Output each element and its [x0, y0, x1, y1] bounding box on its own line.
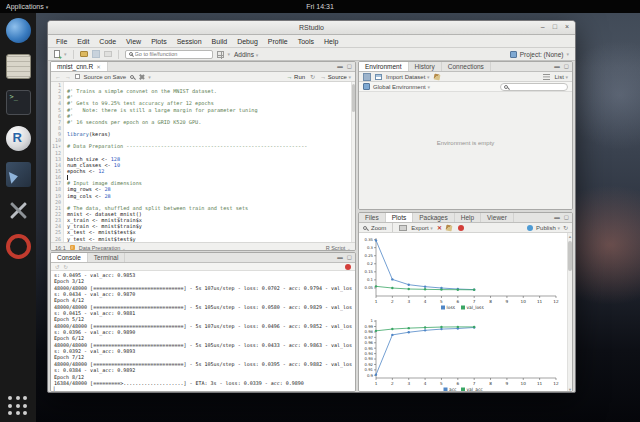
console-back-icon[interactable]: ↺ [55, 264, 60, 270]
import-dataset-button[interactable]: Import Dataset ▾ [386, 74, 430, 80]
global-environment-selector[interactable]: Global Environment ▾ [373, 84, 430, 90]
addins-menu[interactable]: Addins ▾ [234, 51, 258, 58]
svg-text:0.35: 0.35 [365, 237, 374, 242]
svg-text:val_loss: val_loss [467, 305, 485, 311]
svg-text:0.97: 0.97 [365, 335, 374, 340]
print-icon[interactable] [104, 51, 112, 57]
back-icon[interactable]: ← [55, 74, 61, 80]
section-menu[interactable]: Data Preparation ⌄ [79, 245, 126, 251]
maximize-pane-icon[interactable]: ▢ [564, 214, 569, 220]
refresh-icon[interactable]: ↻ [563, 224, 568, 231]
minimize-pane-icon[interactable]: ▬ [337, 254, 343, 260]
export-button[interactable]: Export ▾ [411, 225, 433, 231]
source-on-save-checkbox[interactable] [75, 74, 80, 79]
environment-search[interactable] [500, 83, 568, 91]
tab-viewer[interactable]: Viewer [481, 213, 514, 222]
new-file-icon[interactable] [54, 50, 60, 58]
list-view-button[interactable]: List ▾ [554, 74, 568, 80]
menu-edit[interactable]: Edit [77, 38, 89, 45]
tab-console[interactable]: Console [51, 253, 88, 262]
svg-text:10: 10 [521, 381, 527, 386]
menu-tools[interactable]: Tools [298, 38, 314, 45]
minimize-button[interactable]: – [541, 23, 545, 30]
menu-help[interactable]: Help [324, 38, 338, 45]
tab-terminal[interactable]: Terminal [88, 253, 126, 262]
minimize-pane-icon[interactable]: ▬ [554, 214, 560, 220]
list-view-icon [543, 74, 550, 80]
rstudio-icon[interactable] [6, 126, 31, 151]
code-tools-icon[interactable] [138, 74, 144, 80]
editor-scrollbar[interactable] [351, 82, 355, 242]
close-button[interactable]: × [565, 23, 569, 30]
section-icon: # [70, 245, 75, 250]
remove-plot-icon[interactable]: ✕ [437, 224, 442, 231]
publish-button[interactable]: Publish ▾ [536, 225, 560, 231]
open-file-icon[interactable] [80, 51, 88, 57]
project-menu[interactable]: Project: (None) ▾ [510, 51, 569, 58]
maximize-pane-icon[interactable]: ▢ [347, 254, 352, 260]
svg-text:0.2: 0.2 [367, 261, 374, 266]
scroll-thumb[interactable] [568, 241, 572, 271]
console-forward-icon[interactable]: ↻ [64, 264, 69, 270]
system-tools-icon[interactable] [6, 198, 31, 223]
pane-layout-icon[interactable] [217, 51, 224, 58]
chevron-down-icon[interactable]: ▾ [228, 51, 231, 57]
tab-plots[interactable]: Plots [386, 213, 413, 222]
import-dataset-icon[interactable] [375, 74, 382, 80]
maximize-pane-icon[interactable]: ▢ [564, 63, 569, 69]
zoom-plot-button[interactable]: Zoom [371, 225, 386, 231]
find-icon[interactable] [130, 75, 134, 79]
save-workspace-icon[interactable] [363, 73, 371, 81]
software-center-icon[interactable] [6, 234, 31, 259]
tab-mnist-cnn[interactable]: mnist_cnn.R ✕ [51, 62, 108, 71]
menu-debug[interactable]: Debug [237, 38, 258, 45]
tab-help[interactable]: Help [455, 213, 481, 222]
goto-file-input[interactable] [135, 51, 205, 57]
menu-plots[interactable]: Plots [151, 38, 167, 45]
goto-file-search[interactable] [125, 50, 213, 59]
menu-profile[interactable]: Profile [268, 38, 288, 45]
console-output[interactable]: s: 0.0495 - val_acc: 0.9853Epoch 3/12480… [51, 271, 355, 392]
minimize-pane-icon[interactable]: ▬ [554, 63, 560, 69]
clock[interactable]: Fri 14:31 [0, 3, 640, 10]
chevron-down-icon[interactable]: ▾ [64, 51, 67, 57]
forward-icon[interactable]: → [65, 74, 71, 80]
code-editor[interactable]: 12#' Trains a simple convnet on the MNIS… [51, 82, 355, 242]
scroll-down-icon[interactable]: ▼ [568, 387, 572, 392]
menu-file[interactable]: File [56, 38, 67, 45]
source-button[interactable]: → Source ▾ [320, 74, 351, 80]
stop-icon[interactable] [345, 264, 351, 270]
tab-environment[interactable]: Environment [359, 62, 409, 71]
save-icon[interactable] [92, 50, 100, 58]
maximize-pane-icon[interactable]: ▢ [347, 63, 352, 69]
filetype-menu[interactable]: R Script ⌄ [326, 245, 351, 251]
show-applications-icon[interactable] [8, 396, 28, 416]
tab-files[interactable]: Files [359, 213, 386, 222]
plots-pane: FilesPlotsPackagesHelpViewer▬▢ Zoom Expo… [358, 212, 573, 392]
close-tab-icon[interactable]: ✕ [96, 64, 101, 70]
image-viewer-icon[interactable] [6, 162, 31, 187]
clear-plots-icon[interactable] [445, 224, 452, 231]
text-editor-icon[interactable] [6, 54, 31, 79]
clear-workspace-icon[interactable] [433, 73, 440, 80]
chevron-down-icon[interactable]: ▾ [148, 74, 151, 80]
rerun-icon[interactable]: ↻ [310, 73, 315, 80]
scroll-up-icon[interactable]: ▲ [568, 234, 572, 239]
tab-history[interactable]: History [409, 62, 442, 71]
terminal-icon[interactable] [6, 90, 31, 115]
menu-build[interactable]: Build [212, 38, 228, 45]
svg-text:0.1: 0.1 [367, 277, 374, 282]
minimize-pane-icon[interactable]: ▬ [337, 63, 343, 69]
tab-connections[interactable]: Connections [442, 62, 491, 71]
menu-code[interactable]: Code [99, 38, 116, 45]
plots-scrollbar[interactable]: ▲ ▼ [567, 233, 572, 392]
svg-text:2: 2 [391, 299, 394, 304]
window-titlebar[interactable]: RStudio – □ × [48, 21, 575, 35]
tab-packages[interactable]: Packages [413, 213, 455, 222]
browser-icon[interactable] [6, 18, 31, 43]
menu-view[interactable]: View [126, 38, 141, 45]
menu-session[interactable]: Session [177, 38, 202, 45]
run-button[interactable]: → Run [286, 74, 305, 80]
console-pane: ConsoleTerminal▬▢ ↺ ↻ s: 0.0495 - val_ac… [50, 252, 356, 392]
maximize-button[interactable]: □ [553, 23, 557, 30]
